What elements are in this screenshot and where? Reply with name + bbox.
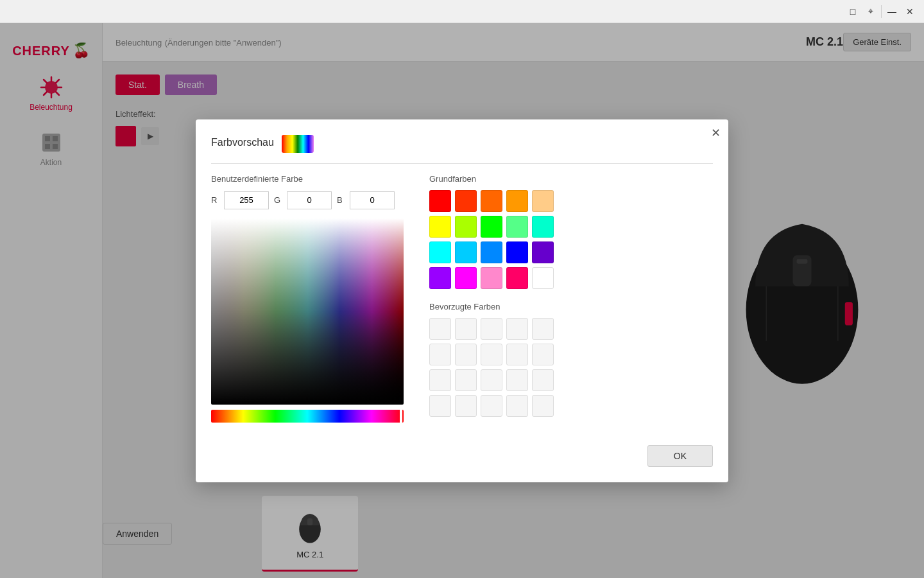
grundfarben-cell[interactable] — [455, 267, 477, 289]
favorite-color-cell[interactable] — [481, 369, 502, 391]
bevorzugte-title: Bevorzugte Farben — [429, 302, 713, 311]
modal-divider — [211, 163, 713, 164]
hue-bar[interactable] — [211, 410, 404, 423]
favorite-color-cell[interactable] — [481, 344, 502, 365]
b-label: B — [337, 195, 345, 205]
window-target-button[interactable]: ⌖ — [862, 3, 880, 21]
grundfarben-cell[interactable] — [455, 216, 477, 238]
favorite-color-cell[interactable] — [455, 318, 477, 340]
title-bar: □ ⌖ — ✕ — [0, 0, 924, 23]
g-label: G — [274, 195, 282, 205]
grundfarben-grid — [429, 190, 713, 289]
favorite-color-cell[interactable] — [455, 344, 477, 365]
modal-overlay: ✕ Farbvorschau Benutzerdefinierte Farbe … — [0, 23, 924, 578]
favorite-color-cell[interactable] — [532, 369, 554, 391]
grundfarben-cell[interactable] — [506, 267, 528, 289]
r-label: R — [211, 195, 219, 205]
grundfarben-cell[interactable] — [481, 216, 502, 238]
ok-button[interactable]: OK — [647, 445, 713, 467]
modal-body: Benutzerdefinierte Farbe R 255 G 0 B 0 — [211, 174, 713, 467]
title-bar-separator — [881, 5, 882, 18]
grundfarben-cell[interactable] — [429, 216, 451, 238]
favorite-color-cell[interactable] — [455, 395, 477, 417]
modal-close-button[interactable]: ✕ — [711, 127, 721, 139]
favorite-color-cell[interactable] — [506, 318, 528, 340]
window-restore-button[interactable]: □ — [844, 3, 862, 21]
color-preview-gradient — [282, 135, 314, 153]
g-input[interactable]: 0 — [287, 191, 332, 209]
left-panel: Benutzerdefinierte Farbe R 255 G 0 B 0 — [211, 174, 410, 467]
grundfarben-cell[interactable] — [429, 241, 451, 263]
favorite-color-cell[interactable] — [481, 318, 502, 340]
grundfarben-cell[interactable] — [455, 241, 477, 263]
favorite-color-cell[interactable] — [532, 395, 554, 417]
favorite-color-cell[interactable] — [429, 318, 451, 340]
favorite-color-cell[interactable] — [429, 369, 451, 391]
modal-title: Farbvorschau — [211, 137, 274, 148]
grundfarben-cell[interactable] — [506, 190, 528, 212]
b-input[interactable]: 0 — [350, 191, 395, 209]
grundfarben-cell[interactable] — [532, 241, 554, 263]
r-input[interactable]: 255 — [224, 191, 269, 209]
grundfarben-cell[interactable] — [506, 216, 528, 238]
bevorzugte-grid — [429, 318, 713, 417]
grundfarben-cell[interactable] — [532, 216, 554, 238]
right-panel: Grundfarben Bevorzugte Farben OK — [429, 174, 713, 467]
grundfarben-title: Grundfarben — [429, 174, 713, 184]
hue-cursor — [400, 408, 402, 425]
color-picker-modal: ✕ Farbvorschau Benutzerdefinierte Farbe … — [196, 119, 728, 482]
favorite-color-cell[interactable] — [429, 344, 451, 365]
grundfarben-cell[interactable] — [481, 267, 502, 289]
favorite-color-cell[interactable] — [506, 344, 528, 365]
grundfarben-cell[interactable] — [506, 241, 528, 263]
favorite-color-cell[interactable] — [506, 369, 528, 391]
favorite-color-cell[interactable] — [481, 395, 502, 417]
ok-button-row: OK — [429, 432, 713, 467]
grundfarben-cell[interactable] — [455, 190, 477, 212]
favorite-color-cell[interactable] — [532, 344, 554, 365]
window-close-button[interactable]: ✕ — [901, 3, 919, 21]
favorite-color-cell[interactable] — [506, 395, 528, 417]
favorite-color-cell[interactable] — [455, 369, 477, 391]
rgb-inputs-row: R 255 G 0 B 0 — [211, 191, 410, 209]
color-picker-canvas[interactable] — [211, 218, 404, 405]
grundfarben-cell[interactable] — [481, 190, 502, 212]
grundfarben-cell[interactable] — [481, 241, 502, 263]
favorite-color-cell[interactable] — [429, 395, 451, 417]
custom-color-label: Benutzerdefinierte Farbe — [211, 174, 410, 184]
favorite-color-cell[interactable] — [532, 318, 554, 340]
modal-header-row: Farbvorschau — [211, 135, 713, 153]
grundfarben-cell[interactable] — [532, 267, 554, 289]
grundfarben-cell[interactable] — [532, 190, 554, 212]
grundfarben-cell[interactable] — [429, 267, 451, 289]
window-minimize-button[interactable]: — — [883, 3, 901, 21]
grundfarben-cell[interactable] — [429, 190, 451, 212]
